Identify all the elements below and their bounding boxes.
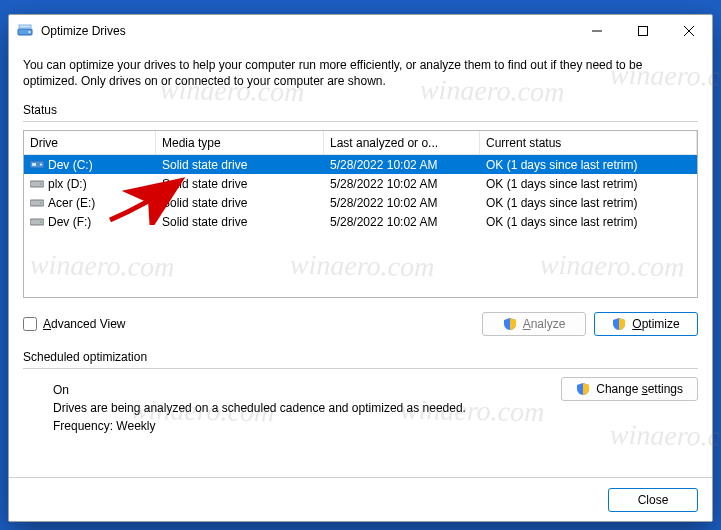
- current-status: OK (1 days since last retrim): [480, 158, 697, 172]
- svg-rect-12: [30, 200, 44, 206]
- shield-icon: [612, 317, 626, 331]
- advanced-view-input[interactable]: [23, 317, 37, 331]
- last-analyzed: 5/28/2022 10:02 AM: [324, 215, 480, 229]
- last-analyzed: 5/28/2022 10:02 AM: [324, 196, 480, 210]
- analyze-button[interactable]: Analyze: [482, 312, 586, 336]
- drives-list[interactable]: Drive Media type Last analyzed or o... C…: [23, 130, 698, 298]
- drive-name: Dev (F:): [48, 215, 91, 229]
- schedule-frequency: Frequency: Weekly: [53, 419, 466, 433]
- media-type: Solid state drive: [156, 196, 324, 210]
- minimize-button[interactable]: [574, 15, 620, 47]
- col-status[interactable]: Current status: [480, 131, 697, 154]
- drive-icon: [30, 159, 44, 170]
- table-row[interactable]: Acer (E:)Solid state drive5/28/2022 10:0…: [24, 193, 697, 212]
- table-row[interactable]: plx (D:)Solid state drive5/28/2022 10:02…: [24, 174, 697, 193]
- app-icon: [17, 23, 33, 39]
- shield-icon: [576, 382, 590, 396]
- list-header[interactable]: Drive Media type Last analyzed or o... C…: [24, 131, 697, 155]
- svg-point-9: [40, 164, 42, 166]
- shield-icon: [503, 317, 517, 331]
- drive-name: plx (D:): [48, 177, 87, 191]
- svg-rect-2: [19, 25, 31, 28]
- svg-point-13: [40, 203, 42, 205]
- close-window-button[interactable]: [666, 15, 712, 47]
- titlebar: Optimize Drives: [9, 15, 712, 47]
- window-controls: [574, 15, 712, 47]
- table-row[interactable]: Dev (C:)Solid state drive5/28/2022 10:02…: [24, 155, 697, 174]
- maximize-button[interactable]: [620, 15, 666, 47]
- svg-point-1: [29, 31, 31, 33]
- divider: [23, 121, 698, 122]
- window-title: Optimize Drives: [41, 24, 574, 38]
- advanced-view-checkbox[interactable]: Advanced View: [23, 317, 126, 331]
- col-media[interactable]: Media type: [156, 131, 324, 154]
- media-type: Solid state drive: [156, 158, 324, 172]
- schedule-desc: Drives are being analyzed on a scheduled…: [53, 401, 466, 415]
- media-type: Solid state drive: [156, 215, 324, 229]
- footer: Close: [9, 477, 712, 521]
- change-settings-button[interactable]: Change settings: [561, 377, 698, 401]
- drive-icon: [30, 216, 44, 227]
- media-type: Solid state drive: [156, 177, 324, 191]
- drive-name: Dev (C:): [48, 158, 93, 172]
- current-status: OK (1 days since last retrim): [480, 215, 697, 229]
- current-status: OK (1 days since last retrim): [480, 196, 697, 210]
- svg-rect-10: [30, 181, 44, 187]
- col-drive[interactable]: Drive: [24, 131, 156, 154]
- drive-icon: [30, 197, 44, 208]
- close-button[interactable]: Close: [608, 488, 698, 512]
- schedule-on: On: [53, 383, 466, 397]
- optimize-button[interactable]: Optimize: [594, 312, 698, 336]
- current-status: OK (1 days since last retrim): [480, 177, 697, 191]
- optimize-drives-window: Optimize Drives You can optimize your dr…: [8, 14, 713, 522]
- svg-rect-8: [32, 163, 36, 166]
- last-analyzed: 5/28/2022 10:02 AM: [324, 177, 480, 191]
- scheduled-label: Scheduled optimization: [23, 350, 698, 364]
- drive-icon: [30, 178, 44, 189]
- status-label: Status: [23, 103, 698, 117]
- table-row[interactable]: Dev (F:)Solid state drive5/28/2022 10:02…: [24, 212, 697, 231]
- svg-point-11: [40, 184, 42, 186]
- svg-rect-14: [30, 219, 44, 225]
- description-text: You can optimize your drives to help you…: [23, 57, 698, 89]
- drive-name: Acer (E:): [48, 196, 95, 210]
- svg-rect-4: [639, 27, 648, 36]
- divider: [23, 368, 698, 369]
- svg-point-15: [40, 222, 42, 224]
- last-analyzed: 5/28/2022 10:02 AM: [324, 158, 480, 172]
- col-last[interactable]: Last analyzed or o...: [324, 131, 480, 154]
